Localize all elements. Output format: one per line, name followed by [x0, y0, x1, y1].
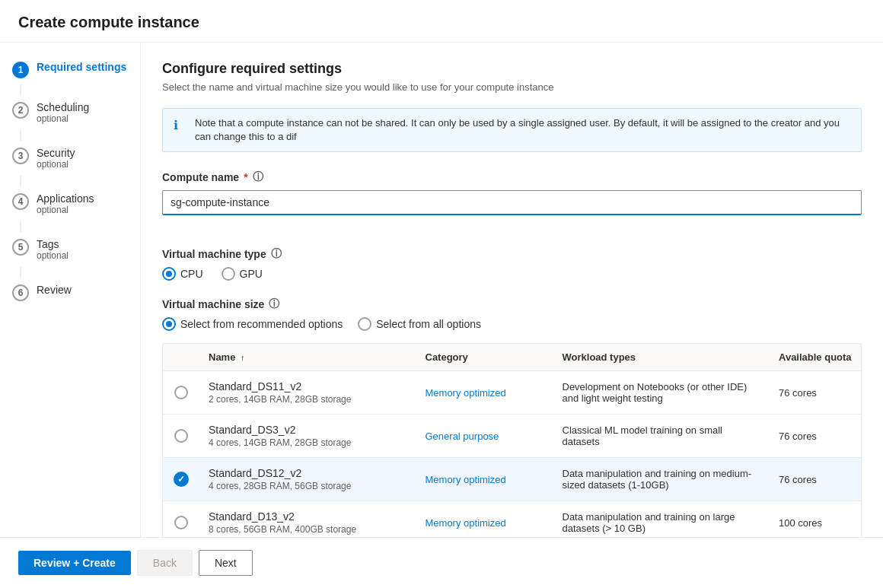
compute-name-info-icon[interactable]: ⓘ — [253, 170, 263, 184]
sort-asc-icon: ↑ — [241, 353, 245, 362]
col-quota[interactable]: Available quota — [770, 351, 861, 363]
info-icon: ℹ — [174, 117, 187, 134]
row-3-radio-selected[interactable] — [174, 472, 189, 487]
footer: Review + Create Back Next — [0, 537, 883, 588]
table-row[interactable]: Standard_DS12_v2 4 cores, 28GB RAM, 56GB… — [163, 458, 861, 501]
col-workload[interactable]: Workload types — [553, 351, 770, 363]
row-2-quota: 76 cores — [770, 431, 861, 442]
row-2-name: Standard_DS3_v2 4 cores, 14GB RAM, 28GB … — [199, 424, 416, 448]
vm-type-radio-group: CPU GPU — [162, 267, 862, 281]
step-number-4: 4 — [12, 193, 29, 210]
step-label-4: Applications optional — [37, 192, 94, 215]
sidebar-item-review[interactable]: 6 Review — [0, 278, 140, 307]
col-category[interactable]: Category — [416, 351, 553, 363]
step-label-2: Scheduling optional — [37, 101, 89, 124]
vm-size-recommended-radio[interactable] — [162, 317, 176, 331]
info-banner-text: Note that a compute instance can not be … — [195, 116, 850, 144]
review-create-button[interactable]: Review + Create — [18, 551, 131, 575]
step-label-3: Security optional — [37, 147, 75, 170]
step-connector-5 — [20, 267, 21, 278]
step-number-1: 1 — [12, 62, 29, 78]
sidebar-item-scheduling[interactable]: 2 Scheduling optional — [0, 95, 140, 130]
table-header: Name ↑ Category Workload types Available… — [163, 344, 861, 371]
row-2-select[interactable] — [163, 429, 199, 443]
step-connector-4 — [20, 221, 21, 232]
row-3-workload: Data manipulation and training on medium… — [553, 468, 770, 491]
vm-size-all-radio[interactable] — [358, 317, 371, 331]
table-row[interactable]: Standard_D13_v2 8 cores, 56GB RAM, 400GB… — [163, 501, 861, 537]
compute-name-section: Compute name * ⓘ — [162, 170, 862, 230]
step-connector-3 — [20, 176, 21, 186]
table-row[interactable]: Standard_DS3_v2 4 cores, 14GB RAM, 28GB … — [163, 415, 861, 458]
row-3-select[interactable] — [163, 472, 199, 487]
sidebar-item-required-settings[interactable]: 1 Required settings — [0, 55, 140, 84]
vm-type-gpu-option[interactable]: GPU — [222, 267, 263, 281]
step-label-1: Required settings — [37, 61, 126, 73]
row-3-name: Standard_DS12_v2 4 cores, 28GB RAM, 56GB… — [199, 467, 416, 491]
sidebar-item-tags[interactable]: 5 Tags optional — [0, 232, 140, 267]
next-button[interactable]: Next — [199, 550, 253, 576]
row-4-radio[interactable] — [174, 516, 188, 529]
row-4-select[interactable] — [163, 516, 199, 529]
col-name[interactable]: Name ↑ — [199, 351, 416, 363]
step-number-3: 3 — [12, 148, 29, 164]
vm-size-recommended-option[interactable]: Select from recommended options — [162, 317, 343, 331]
compute-name-input[interactable] — [162, 190, 862, 215]
vm-size-table: Name ↑ Category Workload types Available… — [162, 343, 862, 537]
vm-type-cpu-radio[interactable] — [162, 267, 176, 281]
row-2-radio[interactable] — [174, 429, 188, 443]
vm-size-info-icon[interactable]: ⓘ — [269, 297, 279, 311]
vm-type-label: Virtual machine type ⓘ — [162, 247, 862, 261]
vm-type-cpu-option[interactable]: CPU — [162, 267, 203, 281]
vm-type-info-icon[interactable]: ⓘ — [271, 247, 282, 261]
row-1-radio[interactable] — [174, 386, 188, 399]
row-2-workload: Classical ML model training on small dat… — [553, 424, 770, 447]
content-subtitle: Select the name and virtual machine size… — [162, 81, 862, 93]
row-2-category[interactable]: General purpose — [416, 431, 553, 442]
back-button: Back — [137, 550, 193, 576]
required-indicator: * — [244, 171, 247, 183]
compute-name-label: Compute name * ⓘ — [162, 170, 862, 184]
step-number-6: 6 — [12, 284, 29, 301]
content-title: Configure required settings — [162, 61, 862, 77]
row-1-workload: Development on Notebooks (or other IDE) … — [553, 381, 770, 404]
page-title: Create compute instance — [0, 0, 883, 43]
row-4-category[interactable]: Memory optimized — [416, 517, 553, 529]
step-label-6: Review — [37, 284, 72, 296]
sidebar: 1 Required settings 2 Scheduling optiona… — [0, 43, 141, 537]
sidebar-item-security[interactable]: 3 Security optional — [0, 141, 140, 176]
row-3-quota: 76 cores — [770, 474, 861, 485]
col-select — [163, 351, 199, 363]
sidebar-item-applications[interactable]: 4 Applications optional — [0, 186, 140, 221]
vm-type-gpu-radio[interactable] — [222, 267, 235, 281]
vm-size-section: Virtual machine size ⓘ Select from recom… — [162, 297, 862, 537]
step-number-5: 5 — [12, 239, 29, 256]
row-1-select[interactable] — [163, 386, 199, 399]
vm-size-all-option[interactable]: Select from all options — [358, 317, 481, 331]
row-1-name: Standard_DS11_v2 2 cores, 14GB RAM, 28GB… — [199, 380, 416, 405]
row-4-name: Standard_D13_v2 8 cores, 56GB RAM, 400GB… — [199, 510, 416, 535]
row-1-category[interactable]: Memory optimized — [416, 387, 553, 399]
step-label-5: Tags optional — [37, 238, 69, 261]
info-banner: ℹ Note that a compute instance can not b… — [162, 108, 862, 152]
table-row[interactable]: Standard_DS11_v2 2 cores, 14GB RAM, 28GB… — [163, 371, 861, 415]
vm-type-section: Virtual machine type ⓘ CPU GPU — [162, 247, 862, 281]
main-content: Configure required settings Select the n… — [141, 43, 883, 537]
row-1-quota: 76 cores — [770, 387, 861, 399]
vm-size-options-group: Select from recommended options Select f… — [162, 317, 862, 331]
step-connector-1 — [20, 84, 21, 95]
step-number-2: 2 — [12, 102, 29, 119]
row-4-workload: Data manipulation and training on large … — [553, 511, 770, 534]
vm-size-label: Virtual machine size ⓘ — [162, 297, 862, 311]
step-connector-2 — [20, 130, 21, 141]
row-4-quota: 100 cores — [770, 517, 861, 529]
row-3-category[interactable]: Memory optimized — [416, 474, 553, 485]
